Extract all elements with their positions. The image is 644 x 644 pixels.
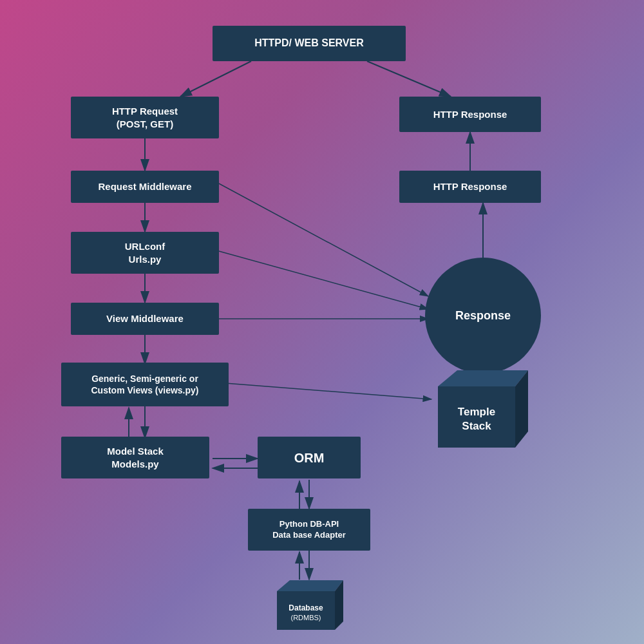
custom-views-box: Generic, Semi-generic orCustom Views (vi… bbox=[61, 363, 229, 406]
python-db-box: Python DB-APIData base Adapter bbox=[248, 509, 370, 551]
orm-box: ORM bbox=[258, 437, 361, 478]
svg-text:Database: Database bbox=[289, 603, 323, 612]
model-stack-box: Model StackModels.py bbox=[61, 437, 209, 478]
svg-line-17 bbox=[219, 184, 428, 296]
http-response-2-box: HTTP Response bbox=[399, 171, 541, 203]
database-cube: Database (RDMBS) bbox=[267, 575, 351, 639]
request-middleware-box: Request Middleware bbox=[71, 171, 219, 203]
svg-marker-23 bbox=[438, 370, 528, 386]
svg-text:(RDMBS): (RDMBS) bbox=[290, 614, 321, 621]
svg-line-3 bbox=[367, 61, 451, 97]
database-svg: Database (RDMBS) bbox=[267, 575, 351, 639]
svg-text:Stack: Stack bbox=[462, 420, 491, 432]
temple-stack-cube: Temple Stack bbox=[425, 364, 528, 457]
svg-marker-28 bbox=[277, 580, 343, 591]
temple-stack-svg: Temple Stack bbox=[425, 364, 528, 457]
svg-line-18 bbox=[219, 251, 428, 309]
svg-text:Temple: Temple bbox=[458, 406, 495, 418]
response-circle: Response bbox=[425, 258, 541, 374]
svg-line-20 bbox=[225, 383, 431, 399]
http-request-box: HTTP Request(POST, GET) bbox=[71, 97, 219, 138]
urlconf-box: URLconfUrls.py bbox=[71, 232, 219, 274]
http-response-top-box: HTTP Response bbox=[399, 97, 541, 132]
view-middleware-box: View Middleware bbox=[71, 303, 219, 335]
diagram: HTTPD/ WEB SERVER HTTP Request(POST, GET… bbox=[0, 0, 644, 644]
web-server-box: HTTPD/ WEB SERVER bbox=[213, 26, 406, 61]
svg-line-2 bbox=[180, 61, 251, 97]
